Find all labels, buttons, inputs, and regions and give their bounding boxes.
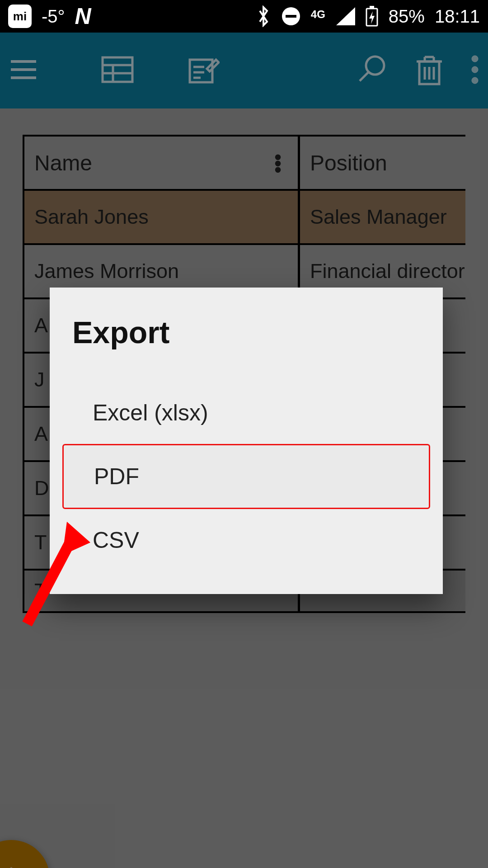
export-dialog: Export Excel (xlsx) PDF CSV xyxy=(50,288,443,594)
status-bar: mi -5° N 4G 85% 18:11 xyxy=(0,0,488,33)
android-n-icon: N xyxy=(75,3,91,29)
temperature-indicator: -5° xyxy=(42,6,65,27)
network-4g-label: 4G xyxy=(311,8,325,21)
clock: 18:11 xyxy=(435,6,480,27)
svg-rect-3 xyxy=(370,6,374,9)
status-right: 4G 85% 18:11 xyxy=(256,5,480,27)
battery-percentage: 85% xyxy=(389,6,425,27)
status-left: mi -5° N xyxy=(8,3,91,29)
export-dialog-title: Export xyxy=(50,288,443,382)
svg-rect-1 xyxy=(286,15,296,18)
export-option-pdf[interactable]: PDF xyxy=(62,444,430,509)
bluetooth-icon xyxy=(256,5,271,27)
export-option-csv[interactable]: CSV xyxy=(50,509,443,571)
battery-charging-icon xyxy=(365,6,379,27)
do-not-disturb-icon xyxy=(281,6,301,26)
cellular-signal-icon xyxy=(335,7,355,25)
mi-app-icon: mi xyxy=(8,5,32,28)
export-option-excel[interactable]: Excel (xlsx) xyxy=(50,382,443,444)
